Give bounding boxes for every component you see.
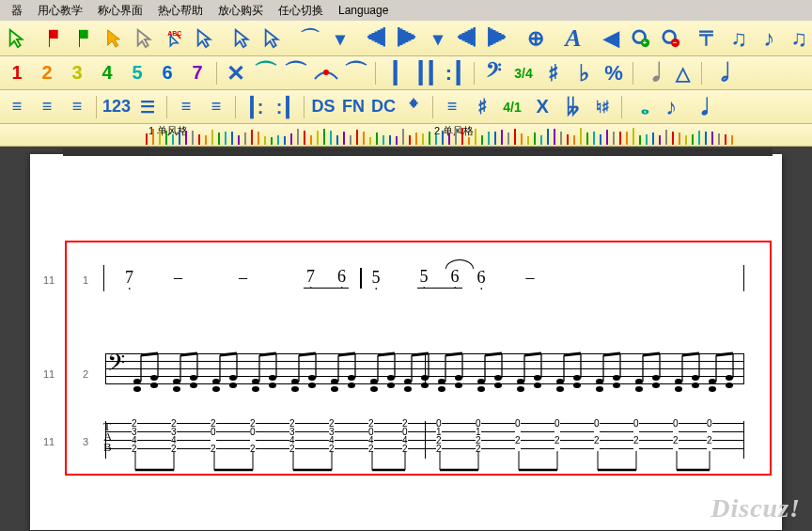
timesig-button[interactable]: 3/4 (510, 60, 537, 86)
lines1-icon[interactable]: ≡ (4, 94, 30, 120)
jianpu-note[interactable]: 7 (125, 268, 133, 288)
tab-column[interactable]: 2342 (132, 419, 137, 453)
note3-icon[interactable]: ♫ (786, 25, 812, 52)
tab-column[interactable]: 2042 (368, 419, 374, 453)
slur-red-icon[interactable] (313, 60, 339, 86)
tab-column[interactable]: 0122 (436, 419, 442, 453)
cursor-blue-icon[interactable] (192, 25, 218, 52)
num123-button[interactable]: 123 (102, 94, 131, 120)
x-button[interactable]: X (529, 94, 555, 120)
flag-note-icon[interactable]: ♪ (658, 94, 684, 120)
tab-column[interactable]: 0 2 (515, 419, 521, 453)
quarter-note-icon[interactable]: 𝅘𝅥 (639, 60, 665, 86)
cursor-abc-icon[interactable]: ABC (162, 25, 188, 52)
jianpu-note[interactable]: 6 (477, 268, 486, 288)
barline1-icon[interactable]: ┃ (382, 60, 408, 86)
cursor-gray-icon[interactable] (132, 25, 158, 52)
text-a-icon[interactable]: A (560, 25, 586, 52)
arrow-left2-icon[interactable]: ⯇ (455, 25, 481, 52)
menu-item[interactable]: Language (331, 2, 396, 19)
jianpu-3-button[interactable]: 3 (64, 60, 90, 86)
dc-button[interactable]: DC (370, 94, 397, 120)
coda-icon[interactable]: 𝄌 (400, 94, 427, 120)
arrow-right2-icon[interactable]: ⯈ (485, 25, 511, 52)
menu-item[interactable]: 热心帮助 (150, 1, 211, 21)
lines7-icon[interactable]: ≡ (439, 94, 465, 120)
arrow-right-icon[interactable]: ⯈ (395, 25, 421, 52)
tab-column[interactable]: 2342 (289, 419, 295, 453)
whole-note-icon[interactable]: 𝅝 (628, 94, 654, 120)
note1-icon[interactable]: ♫ (726, 25, 752, 52)
jianpu-4-button[interactable]: 4 (94, 60, 120, 86)
tab-column[interactable]: 0 2 (673, 419, 679, 453)
tab-column[interactable]: 20 2 (250, 419, 256, 453)
jianpu-5-button[interactable]: 5 (124, 60, 150, 86)
cursor-orange-icon[interactable] (102, 25, 128, 52)
sharp-icon[interactable]: ♯ (540, 60, 567, 86)
cursor-outline-icon[interactable] (229, 25, 256, 52)
dropdown2-icon[interactable]: ▾ (425, 25, 451, 52)
tab-column[interactable]: 2342 (329, 419, 335, 453)
repeat-start-icon[interactable]: ┃: (242, 94, 268, 120)
node-remove-icon[interactable]: − (658, 25, 684, 52)
half-note-icon[interactable]: 𝅗𝅥 (708, 60, 734, 86)
diamond-left-icon[interactable]: ◀ (598, 25, 624, 52)
dblflat-icon[interactable]: 𝄫 (559, 94, 586, 120)
jianpu-note[interactable]: 5 (420, 267, 429, 287)
natsharp-icon[interactable]: ♮♯ (589, 94, 616, 120)
tab-column[interactable]: 0 2 (707, 419, 712, 453)
jianpu-note[interactable]: 6 (337, 267, 346, 287)
lines6-icon[interactable]: ≡ (203, 94, 229, 120)
bass-staff[interactable]: 𝄢 (105, 353, 744, 391)
flat-icon[interactable]: ♭ (570, 60, 597, 86)
tab-column[interactable]: 2342 (171, 419, 177, 453)
lines3-icon[interactable]: ≡ (64, 94, 90, 120)
cursor-green-icon[interactable] (4, 25, 30, 52)
menu-item[interactable]: 用心教学 (30, 1, 90, 21)
slur1-icon[interactable]: ⌒ (253, 60, 279, 86)
x-icon[interactable]: ✕ (223, 60, 249, 86)
jianpu-note[interactable]: 7 (306, 267, 315, 287)
menu-item[interactable]: 器 (4, 1, 30, 21)
barline2-icon[interactable]: ┃┃ (412, 60, 438, 86)
jianpu-1-button[interactable]: 1 (4, 60, 30, 86)
workspace[interactable]: 11 11 11 1 2 3 7 – – 7 6 5 5 6 6 – (0, 147, 812, 531)
bass-clef-icon[interactable]: 𝄢 (480, 60, 507, 86)
tab-column[interactable]: 2042 (402, 419, 408, 453)
flag-green-icon[interactable] (71, 25, 98, 52)
note2-icon[interactable]: ♪ (756, 25, 782, 52)
lines5-icon[interactable]: ≡ (173, 94, 199, 120)
tab-column[interactable]: 0122 (476, 419, 481, 453)
tab-column[interactable]: 0 2 (594, 419, 600, 453)
target-icon[interactable]: ⊕ (523, 25, 549, 52)
lines2-icon[interactable]: ≡ (34, 94, 60, 120)
tab-column[interactable]: 20 2 (211, 419, 216, 453)
flag-red-icon[interactable] (41, 25, 68, 52)
jianpu-7-button[interactable]: 7 (184, 60, 211, 86)
jianpu-note[interactable]: 6 (451, 267, 460, 287)
triangle-icon[interactable]: △ (669, 60, 695, 86)
fermata-icon[interactable]: ⌒ (297, 25, 323, 52)
quarter2-icon[interactable]: 𝅘𝅥 (688, 94, 714, 120)
slur3-icon[interactable]: ⌒ (343, 60, 369, 86)
slur2-icon[interactable]: ⌒ (283, 60, 309, 86)
repeat-end-icon[interactable]: :┃ (272, 94, 298, 120)
sharp2-icon[interactable]: ♯ (469, 94, 495, 120)
dropdown-icon[interactable]: ▾ (327, 25, 353, 52)
menu-item[interactable]: 称心界面 (90, 1, 150, 21)
cursor-outline2-icon[interactable] (259, 25, 286, 52)
node-add-icon[interactable]: + (628, 25, 654, 52)
bracket-icon[interactable]: 〒 (695, 25, 722, 52)
fraction-button[interactable]: 4/1 (499, 94, 525, 120)
percent-icon[interactable]: % (601, 60, 627, 86)
ds-button[interactable]: DS (310, 94, 336, 120)
arrow-left-icon[interactable]: ⯇ (365, 25, 391, 52)
menu-item[interactable]: 任心切换 (271, 1, 331, 21)
barline-end-icon[interactable]: :┃ (442, 60, 468, 86)
tab-column[interactable]: 0 2 (633, 419, 639, 453)
jianpu-note[interactable]: 5 (372, 268, 381, 288)
jianpu-2-button[interactable]: 2 (34, 60, 60, 86)
lines4-icon[interactable]: ☰ (134, 94, 161, 120)
menu-item[interactable]: 放心购买 (211, 1, 271, 21)
tab-column[interactable]: 0 2 (554, 419, 560, 453)
